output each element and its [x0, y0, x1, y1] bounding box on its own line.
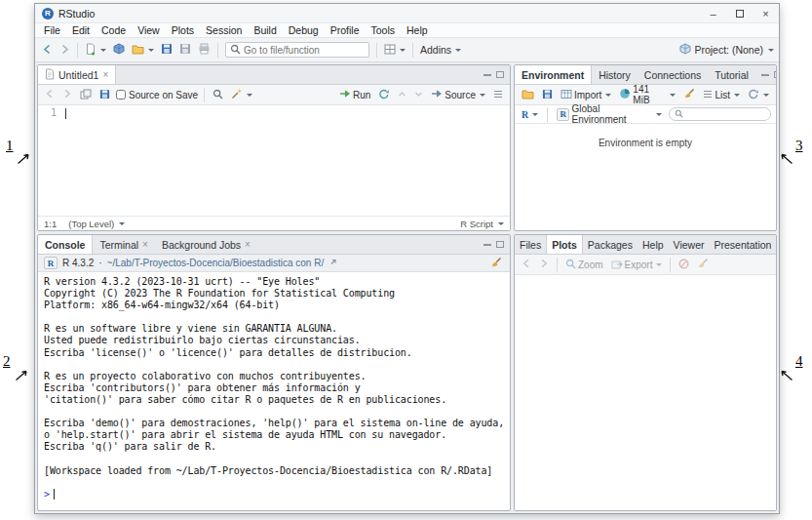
- menu-edit[interactable]: Edit: [66, 24, 96, 36]
- open-file-button[interactable]: [130, 42, 156, 59]
- environment-search[interactable]: [669, 107, 771, 121]
- previous-plot-button[interactable]: [520, 257, 533, 272]
- close-icon[interactable]: ×: [142, 239, 148, 250]
- titlebar[interactable]: R RStudio – ×: [35, 4, 779, 22]
- addins-button[interactable]: Addins: [418, 42, 463, 58]
- open-directory-icon[interactable]: [329, 258, 337, 268]
- close-icon[interactable]: ×: [102, 69, 108, 80]
- source-on-save-checkbox[interactable]: [116, 90, 126, 100]
- go-prev-section-button[interactable]: [396, 88, 408, 102]
- menu-profile[interactable]: Profile: [325, 24, 366, 36]
- list-view-button[interactable]: List: [701, 88, 742, 102]
- back-button[interactable]: [40, 42, 55, 59]
- working-directory-path[interactable]: ~/Lab/T-Proyectos-Docencia/Bioestadistic…: [107, 258, 325, 268]
- menu-view[interactable]: View: [132, 24, 166, 36]
- run-button[interactable]: Run: [337, 87, 372, 102]
- tab-tutorial[interactable]: Tutorial: [708, 65, 755, 84]
- project-selector[interactable]: Project: (None): [679, 43, 774, 57]
- annotation-label-3: 3: [795, 138, 803, 154]
- path-separator: ·: [98, 258, 101, 268]
- zoom-plot-button[interactable]: Zoom: [563, 257, 605, 273]
- chevron-up-icon: [398, 90, 406, 100]
- tab-presentation[interactable]: Presentation: [709, 235, 776, 254]
- load-workspace-button[interactable]: [520, 87, 536, 103]
- environment-search-input[interactable]: [686, 109, 765, 119]
- go-next-section-button[interactable]: [412, 88, 425, 102]
- next-plot-button[interactable]: [537, 257, 551, 272]
- rerun-button[interactable]: [376, 87, 392, 103]
- menu-build[interactable]: Build: [248, 24, 282, 36]
- close-icon[interactable]: ×: [245, 239, 251, 250]
- menu-debug[interactable]: Debug: [283, 24, 325, 36]
- find-replace-button[interactable]: [211, 87, 225, 103]
- tab-help[interactable]: Help: [638, 235, 669, 254]
- tab-environment[interactable]: Environment: [515, 65, 592, 84]
- menu-code[interactable]: Code: [96, 24, 132, 36]
- main-toolbar: Addins Project: (None): [35, 38, 779, 62]
- maximize-pane-icon[interactable]: [496, 241, 504, 248]
- source-file-button[interactable]: Source: [429, 87, 487, 102]
- run-label: Run: [353, 90, 370, 100]
- clear-console-button[interactable]: [488, 255, 504, 272]
- close-button[interactable]: ×: [753, 4, 779, 22]
- tab-viewer[interactable]: Viewer: [669, 235, 710, 254]
- import-dataset-button[interactable]: Import: [559, 87, 613, 103]
- file-type-selector[interactable]: R Script: [460, 219, 504, 229]
- maximize-pane-icon[interactable]: [774, 71, 777, 78]
- new-file-button[interactable]: [83, 41, 108, 60]
- menu-help[interactable]: Help: [401, 24, 434, 36]
- document-outline-button[interactable]: [491, 88, 505, 102]
- minimize-pane-icon[interactable]: [761, 74, 769, 76]
- tab-files[interactable]: Files: [515, 235, 546, 254]
- remove-plot-button[interactable]: [677, 257, 691, 273]
- code-editor[interactable]: 1: [38, 105, 510, 216]
- tab-terminal[interactable]: Terminal×: [93, 235, 155, 254]
- source-back-button[interactable]: [43, 87, 57, 102]
- source-forward-button[interactable]: [60, 87, 74, 102]
- save-all-button[interactable]: [177, 41, 193, 59]
- minimize-button[interactable]: –: [700, 4, 726, 22]
- tab-plots[interactable]: Plots: [546, 235, 583, 254]
- scope-selector[interactable]: (Top Level): [68, 219, 125, 229]
- menu-file[interactable]: File: [38, 24, 66, 36]
- chevron-down-icon: [414, 90, 423, 100]
- minimize-pane-icon[interactable]: [483, 244, 491, 246]
- menu-session[interactable]: Session: [200, 24, 248, 36]
- plots-content-area: [515, 275, 776, 510]
- import-table-icon: [561, 89, 572, 101]
- goto-file-input[interactable]: [244, 45, 365, 56]
- save-workspace-button[interactable]: [540, 87, 555, 103]
- forward-button[interactable]: [58, 42, 72, 59]
- desktop-background: 1 2 3 4 R RStudio – × File Edit Code Vie…: [0, 0, 812, 520]
- console-output-area[interactable]: R version 4.3.2 (2023-10-31 ucrt) -- "Ey…: [38, 272, 510, 510]
- menu-plots[interactable]: Plots: [166, 24, 200, 36]
- tab-packages[interactable]: Packages: [583, 235, 638, 254]
- code-tools-button[interactable]: [229, 86, 254, 103]
- export-plot-button[interactable]: Export: [609, 257, 665, 273]
- editor-text-area[interactable]: [63, 105, 510, 216]
- new-project-button[interactable]: [111, 41, 127, 59]
- r-logo-icon: R: [44, 257, 58, 269]
- clear-environment-button[interactable]: [681, 86, 697, 103]
- tab-untitled1[interactable]: Untitled1 ×: [38, 65, 116, 84]
- minimize-pane-icon[interactable]: [483, 74, 491, 76]
- tab-background-jobs[interactable]: Background Jobs×: [155, 235, 257, 254]
- menu-tools[interactable]: Tools: [365, 24, 401, 36]
- refresh-environment-button[interactable]: [746, 87, 771, 103]
- clear-all-plots-button[interactable]: [695, 256, 711, 273]
- save-source-button[interactable]: [97, 87, 112, 103]
- pane-layout-button[interactable]: [382, 42, 407, 59]
- language-selector[interactable]: R: [520, 107, 540, 122]
- maximize-pane-icon[interactable]: [496, 71, 504, 78]
- toolbar-separator: [217, 43, 218, 58]
- console-prompt-line[interactable]: >: [44, 489, 504, 500]
- save-button[interactable]: [159, 41, 174, 59]
- goto-file-search[interactable]: [225, 42, 369, 58]
- print-button[interactable]: [196, 41, 213, 59]
- export-icon: [611, 259, 623, 271]
- source-on-save-toggle[interactable]: Source on Save: [116, 90, 198, 100]
- maximize-button[interactable]: [726, 4, 753, 22]
- tab-console[interactable]: Console: [38, 235, 93, 254]
- show-in-new-window-button[interactable]: [78, 87, 94, 103]
- search-icon: [675, 109, 683, 120]
